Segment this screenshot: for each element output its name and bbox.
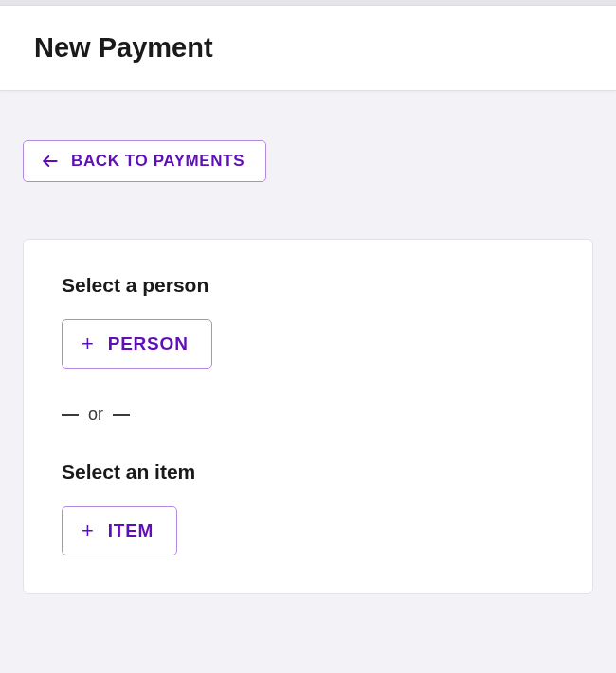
plus-icon: + xyxy=(82,334,95,355)
add-item-label: ITEM xyxy=(108,520,154,541)
page-title: New Payment xyxy=(34,32,582,64)
arrow-left-icon xyxy=(41,152,60,171)
select-person-label: Select a person xyxy=(62,274,554,297)
back-button-label: BACK TO PAYMENTS xyxy=(71,152,245,171)
payment-selection-card: Select a person + PERSON or Select an it… xyxy=(23,239,593,594)
back-to-payments-button[interactable]: BACK TO PAYMENTS xyxy=(23,140,266,182)
dash-icon xyxy=(113,414,130,416)
add-person-button[interactable]: + PERSON xyxy=(62,319,212,369)
page-header: New Payment xyxy=(0,6,616,91)
or-divider: or xyxy=(62,405,554,425)
or-text: or xyxy=(88,405,103,425)
dash-icon xyxy=(62,414,79,416)
page-content: BACK TO PAYMENTS Select a person + PERSO… xyxy=(0,91,616,617)
plus-icon: + xyxy=(82,520,95,541)
select-item-label: Select an item xyxy=(62,461,554,483)
add-person-label: PERSON xyxy=(108,334,189,355)
add-item-button[interactable]: + ITEM xyxy=(62,506,177,555)
